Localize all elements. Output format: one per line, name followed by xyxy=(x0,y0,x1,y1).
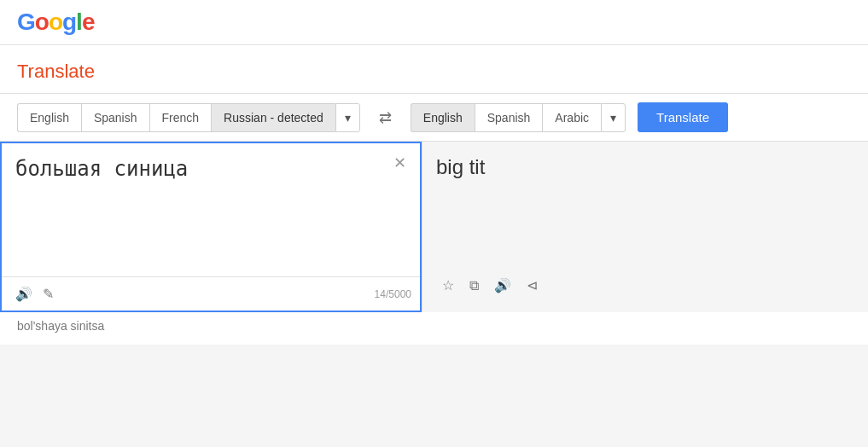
logo-letter-g: G xyxy=(17,9,35,35)
share-button[interactable]: ⊲ xyxy=(521,272,544,299)
main-area: ✕ 🔊 ✎ 14/5000 big tit ☆ ⧉ 🔊 ⊲ xyxy=(0,142,868,312)
clear-input-button[interactable]: ✕ xyxy=(390,154,410,172)
output-footer: ☆ ⧉ 🔊 ⊲ xyxy=(436,272,854,299)
star-icon: ☆ xyxy=(442,278,454,293)
source-lang-spanish[interactable]: Spanish xyxy=(81,103,149,132)
google-logo: Google xyxy=(17,9,94,36)
logo-letter-o1: o xyxy=(35,9,49,35)
target-lang-dropdown[interactable]: ▾ xyxy=(601,103,626,132)
logo-letter-o2: o xyxy=(49,9,62,35)
chevron-down-icon: ▾ xyxy=(345,111,351,125)
toolbar: English Spanish French Russian - detecte… xyxy=(0,93,868,142)
romanization: bol'shaya sinitsa xyxy=(0,312,868,345)
chevron-down-icon: ▾ xyxy=(610,111,616,125)
share-icon: ⊲ xyxy=(527,278,538,293)
input-footer: 🔊 ✎ 14/5000 xyxy=(2,276,420,311)
speaker-icon: 🔊 xyxy=(15,287,32,301)
copy-icon: ⧉ xyxy=(469,278,479,293)
input-panel: ✕ 🔊 ✎ 14/5000 xyxy=(0,142,422,312)
source-lang-dropdown[interactable]: ▾ xyxy=(335,103,360,132)
romanization-text: bol'shaya sinitsa xyxy=(17,319,104,333)
swap-icon: ⇄ xyxy=(379,108,392,127)
speaker-icon: 🔊 xyxy=(494,278,511,293)
header: Google xyxy=(0,0,868,45)
source-lang-french[interactable]: French xyxy=(149,103,212,132)
source-lang-russian[interactable]: Russian - detected xyxy=(211,103,335,132)
logo-letter-e: e xyxy=(82,9,95,35)
source-text-input[interactable] xyxy=(2,143,420,276)
logo-letter-g2: g xyxy=(62,9,76,35)
target-lang-english[interactable]: English xyxy=(411,103,475,132)
source-lang-english[interactable]: English xyxy=(17,103,81,132)
target-lang-arabic[interactable]: Arabic xyxy=(542,103,601,132)
target-lang-group: English Spanish Arabic ▾ xyxy=(411,103,626,132)
pencil-icon: ✎ xyxy=(43,287,54,301)
translated-text: big tit xyxy=(436,155,854,255)
source-lang-group: English Spanish French Russian - detecte… xyxy=(17,103,360,132)
target-lang-spanish[interactable]: Spanish xyxy=(475,103,543,132)
copy-button[interactable]: ⧉ xyxy=(463,273,485,299)
star-button[interactable]: ☆ xyxy=(436,272,460,299)
logo-letter-l: l xyxy=(76,9,82,35)
swap-languages-button[interactable]: ⇄ xyxy=(372,103,399,132)
listen-source-button[interactable]: 🔊 xyxy=(10,282,38,305)
app-title: Translate xyxy=(0,45,868,93)
translate-button[interactable]: Translate xyxy=(638,102,728,132)
output-panel: big tit ☆ ⧉ 🔊 ⊲ xyxy=(422,142,868,312)
edit-source-button[interactable]: ✎ xyxy=(38,282,59,305)
char-count: 14/5000 xyxy=(375,288,411,300)
listen-output-button[interactable]: 🔊 xyxy=(488,272,517,299)
